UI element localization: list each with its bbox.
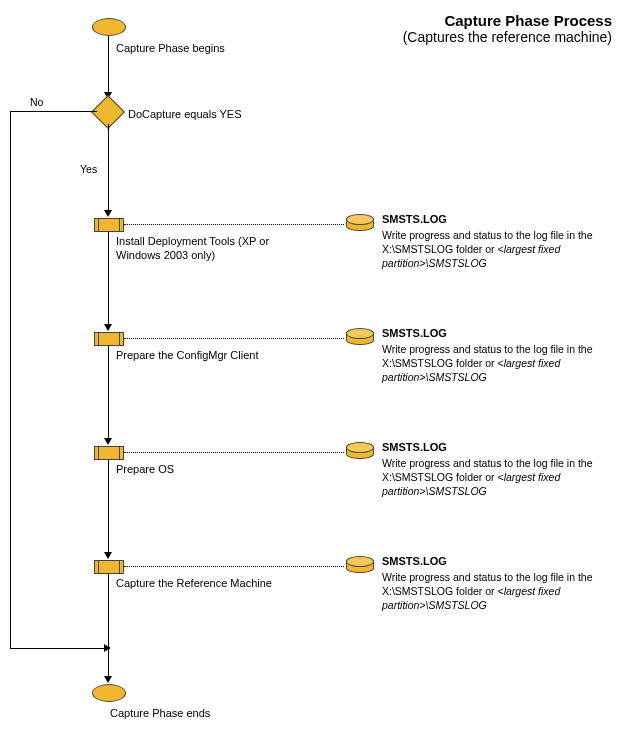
no-connector-v: [10, 111, 11, 648]
log-desc3: \SMSTSLOG: [426, 257, 487, 269]
dotted-connector: [124, 566, 344, 567]
log-desc1: Write progress and status to the log fil…: [382, 343, 593, 369]
process-label: Prepare OS: [116, 463, 291, 477]
process-prepare-configmgr: [94, 332, 124, 346]
log-desc1: Write progress and status to the log fil…: [382, 457, 593, 483]
process-capture-reference: [94, 560, 124, 574]
process-label: Prepare the ConfigMgr Client: [116, 349, 291, 363]
log-block: SMSTS.LOG Write progress and status to t…: [382, 554, 612, 612]
log-title: SMSTS.LOG: [382, 554, 612, 568]
connector: [108, 346, 109, 439]
log-desc3: \SMSTSLOG: [426, 371, 487, 383]
database-icon: [346, 328, 372, 344]
arrow: [104, 210, 112, 217]
connector: [108, 36, 109, 93]
connector: [108, 124, 109, 211]
capture-phase-flowchart: Capture Phase Process (Captures the refe…: [10, 10, 612, 732]
process-label: Install Deployment Tools (XP or Windows …: [116, 235, 291, 263]
process-label: Capture the Reference Machine: [116, 577, 291, 591]
log-title: SMSTS.LOG: [382, 440, 612, 454]
decision-label: DoCapture equals YES: [128, 108, 278, 122]
dotted-connector: [124, 452, 344, 453]
log-title: SMSTS.LOG: [382, 326, 612, 340]
process-prepare-os: [94, 446, 124, 460]
start-label: Capture Phase begins: [116, 42, 266, 56]
connector: [108, 232, 109, 325]
database-icon: [346, 556, 372, 572]
end-label: Capture Phase ends: [110, 707, 260, 721]
arrow: [104, 324, 112, 331]
no-connector-h: [10, 111, 97, 112]
process-install-deployment-tools: [94, 218, 124, 232]
log-desc1: Write progress and status to the log fil…: [382, 229, 593, 255]
log-desc1: Write progress and status to the log fil…: [382, 571, 593, 597]
dotted-connector: [124, 338, 344, 339]
connector: [108, 460, 109, 553]
log-title: SMSTS.LOG: [382, 212, 612, 226]
decision-no-label: No: [30, 96, 43, 109]
no-connector-h2: [10, 648, 105, 649]
log-block: SMSTS.LOG Write progress and status to t…: [382, 326, 612, 384]
end-terminator: [92, 684, 126, 702]
log-block: SMSTS.LOG Write progress and status to t…: [382, 440, 612, 498]
title-main: Capture Phase Process: [403, 12, 612, 29]
log-desc3: \SMSTSLOG: [426, 599, 487, 611]
decision-yes-label: Yes: [80, 163, 97, 176]
log-block: SMSTS.LOG Write progress and status to t…: [382, 212, 612, 270]
log-desc3: \SMSTSLOG: [426, 485, 487, 497]
database-icon: [346, 214, 372, 230]
arrow: [104, 552, 112, 559]
arrow: [104, 676, 112, 683]
database-icon: [346, 442, 372, 458]
connector: [108, 574, 109, 677]
diagram-title: Capture Phase Process (Captures the refe…: [403, 12, 612, 45]
start-terminator: [92, 18, 126, 36]
title-sub: (Captures the reference machine): [403, 29, 612, 45]
dotted-connector: [124, 224, 344, 225]
arrow: [104, 438, 112, 445]
